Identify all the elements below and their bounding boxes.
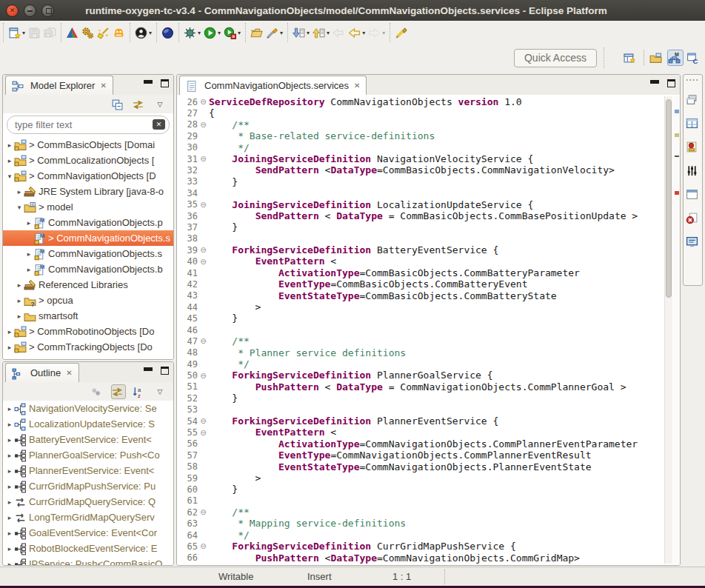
restore-views-button[interactable] [685,91,701,107]
expand-arrow-icon[interactable]: ▸ [24,266,33,273]
fold-marker-icon[interactable]: ⊖ [198,246,209,254]
expand-arrow-icon[interactable]: ▾ [5,173,14,180]
overview-ruler[interactable] [673,96,680,564]
outline-item[interactable]: ▸IPService: Push<CommBasicO [3,556,173,566]
fold-marker-icon[interactable]: ⊖ [198,429,209,437]
tree-item[interactable]: ▸> CommTrackingObjects [Do [3,339,173,355]
outline-item[interactable]: ▸PlannerGoalService: Push<Co [3,447,173,463]
fold-marker-icon[interactable]: ⊖ [198,372,209,380]
highlighter-button[interactable] [393,25,409,41]
expand-arrow-icon[interactable]: ▸ [24,219,33,227]
debug-button[interactable]: ▾ [182,25,202,41]
link-with-editor-button[interactable] [132,97,147,112]
dropdown-arrow-icon[interactable]: ▾ [362,30,365,36]
scrollbar-thumb[interactable] [666,99,672,298]
palette-view-button[interactable] [685,138,701,154]
expand-arrow-icon[interactable]: ▸ [5,421,14,428]
expand-arrow-icon[interactable]: ▸ [5,405,14,412]
maximize-view-button[interactable] [161,79,169,87]
link-with-editor-button[interactable] [111,384,126,399]
maximize-view-button[interactable] [667,79,675,87]
expand-arrow-icon[interactable]: ▸ [15,313,24,320]
fold-marker-icon[interactable]: ⊖ [198,98,209,106]
fold-marker-icon[interactable]: ⊖ [198,121,209,129]
annotation-mark[interactable] [675,191,679,195]
quick-access-button[interactable]: Quick Access [514,49,597,67]
expand-arrow-icon[interactable]: ▸ [15,188,24,196]
outline-item[interactable]: ▸LongTermGridMapQueryServ [3,510,173,525]
fold-marker-icon[interactable]: ⊖ [198,201,209,209]
prism-button[interactable] [64,25,80,41]
robot-button[interactable] [111,25,127,41]
outline-item[interactable]: ▸BatteryEventService: Event< [3,432,173,447]
collapse-all-button[interactable] [111,97,126,112]
tree-item[interactable]: ▸> CommBasicObjects [Domai [3,137,173,153]
view-menu-button[interactable]: ▽ [153,97,167,112]
tree-item[interactable]: ▸MCommNavigationObjects.s [3,246,173,261]
view-menu-button[interactable]: ▽ [153,384,167,399]
tab-model-explorer[interactable]: Model Explorer ✕ [5,76,113,95]
focus-button[interactable] [90,384,105,399]
annotation-mark[interactable] [675,133,679,137]
fold-marker-icon[interactable]: ⊖ [198,155,209,163]
expand-arrow-icon[interactable]: ▸ [5,545,14,552]
outline-item[interactable]: ▸LocalizationUpdateService: S [3,416,173,432]
fold-marker-icon[interactable]: ⊖ [198,542,209,550]
new-wizard-button[interactable]: ▾ [7,25,27,41]
fold-marker-icon[interactable]: ⊖ [198,508,209,516]
dropdown-arrow-icon[interactable]: ▾ [382,30,385,36]
dropdown-arrow-icon[interactable]: ▾ [149,30,152,36]
editor-scrollbar[interactable] [664,96,672,564]
window-close-button[interactable] [6,4,19,17]
back-button[interactable]: ▾ [347,25,367,41]
modeling-perspective-button[interactable]: M [667,50,684,66]
outline-item[interactable]: ▸CurrGridMapQueryService: Q [3,494,173,510]
outline-item[interactable]: ▸PlannerEventService: Event< [3,463,173,478]
table-view-button[interactable] [685,115,701,130]
annotation-mark[interactable] [675,110,679,113]
dropdown-arrow-icon[interactable]: ▾ [218,30,221,36]
dropdown-arrow-icon[interactable]: ▾ [307,30,310,36]
tree-item[interactable]: ▾> CommNavigationObjects [D [3,168,173,184]
dropdown-arrow-icon[interactable]: ▾ [198,30,201,36]
expand-arrow-icon[interactable]: ▸ [15,297,24,304]
expand-arrow-icon[interactable]: ▸ [5,452,14,459]
tree-item[interactable]: ▸smartsoft [3,308,173,324]
window-maximize-button[interactable] [41,4,54,17]
expand-arrow-icon[interactable]: ▸ [5,328,14,335]
previous-annotation-button[interactable]: ▾ [311,25,331,41]
minimize-view-button[interactable] [144,367,152,375]
expand-arrow-icon[interactable]: ▸ [5,157,14,164]
tree-item[interactable]: M> CommNavigationObjects.s [3,230,173,246]
tab-outline[interactable]: Outline ✕ [5,363,79,382]
editor-view-button[interactable] [685,186,701,201]
user-account-button[interactable]: ▾ [133,25,153,41]
window-minimize-button[interactable] [24,4,36,17]
dropdown-arrow-icon[interactable]: ▾ [22,30,25,36]
annotation-mark[interactable] [675,156,679,157]
expand-arrow-icon[interactable]: ▸ [5,344,14,351]
outline-item[interactable]: ▸NavigationVelocityService: Se [3,401,173,416]
maximize-view-button[interactable] [161,367,169,375]
fold-marker-icon[interactable]: ⊖ [198,337,209,345]
fold-marker-icon[interactable]: ⊖ [198,417,209,425]
dropdown-arrow-icon[interactable]: ▾ [238,30,241,36]
close-icon[interactable]: ✕ [354,81,360,90]
cpp-perspective-button[interactable]: C [686,50,702,66]
dropdown-arrow-icon[interactable]: ▾ [327,30,330,36]
close-icon[interactable]: ✕ [100,81,106,90]
expand-arrow-icon[interactable]: ▾ [15,204,24,211]
tree-item[interactable]: ▸JRE System Library [java-8-o [3,184,173,199]
tab-editor-services[interactable]: CommNavigationObjects.services ✕ [179,76,367,95]
dropdown-arrow-icon[interactable]: ▾ [280,30,283,36]
resource-perspective-button[interactable] [649,50,665,66]
expand-arrow-icon[interactable]: ▸ [15,281,24,289]
tree-item[interactable]: ▸Referenced Libraries [3,277,173,293]
next-annotation-button[interactable]: ▾ [291,25,311,41]
expand-arrow-icon[interactable]: ▸ [5,483,14,490]
web-browser-button[interactable] [160,25,176,41]
properties-view-button[interactable] [685,162,701,178]
tree-item[interactable]: ▸> CommRobotinoObjects [Do [3,324,173,339]
build-gears-button[interactable] [80,25,96,41]
run-external-button[interactable]: ▾ [222,25,242,41]
